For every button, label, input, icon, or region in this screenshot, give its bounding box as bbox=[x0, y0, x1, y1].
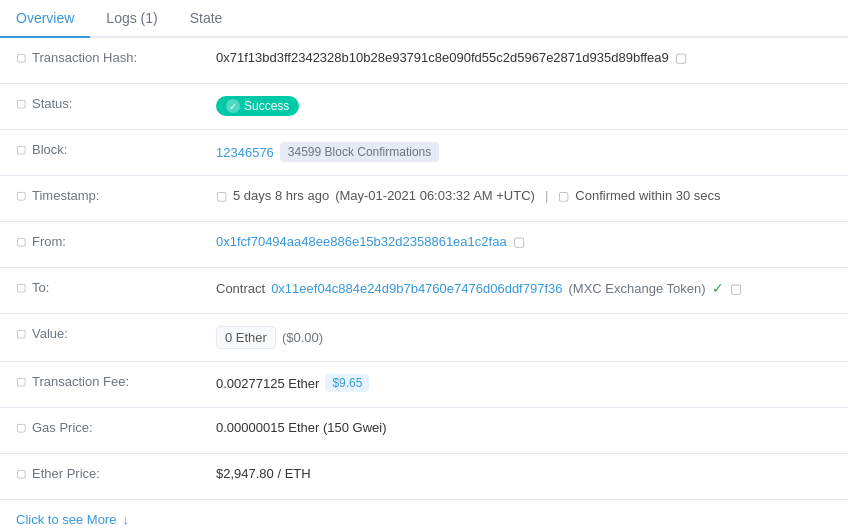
value-usd: ($0.00) bbox=[282, 330, 323, 345]
to-address-link[interactable]: 0x11eef04c884e24d9b7b4760e7476d06ddf797f… bbox=[271, 281, 562, 296]
value-value: 0 Ether ($0.00) bbox=[216, 326, 832, 349]
timestamp-ago: 5 days 8 hrs ago bbox=[233, 188, 329, 203]
contract-prefix: Contract bbox=[216, 281, 265, 296]
confirmed-text: Confirmed within 30 secs bbox=[575, 188, 720, 203]
block-value: 12346576 34599 Block Confirmations bbox=[216, 142, 832, 162]
fee-usd-badge: $9.65 bbox=[325, 374, 369, 392]
transaction-hash-row: ▢ Transaction Hash: 0x71f13bd3ff2342328b… bbox=[0, 38, 848, 84]
info-icon: ▢ bbox=[16, 97, 26, 110]
confirmations-badge: 34599 Block Confirmations bbox=[280, 142, 439, 162]
timestamp-label: ▢ Timestamp: bbox=[16, 188, 216, 203]
status-row: ▢ Status: Success bbox=[0, 84, 848, 130]
from-address-link[interactable]: 0x1fcf70494aa48ee886e15b32d2358861ea1c2f… bbox=[216, 234, 507, 249]
info-icon: ▢ bbox=[16, 143, 26, 156]
transaction-fee-row: ▢ Transaction Fee: 0.00277125 Ether $9.6… bbox=[0, 362, 848, 408]
timestamp-date: (May-01-2021 06:03:32 AM +UTC) bbox=[335, 188, 535, 203]
to-row: ▢ To: Contract 0x11eef04c884e24d9b7b4760… bbox=[0, 268, 848, 314]
info-icon: ▢ bbox=[16, 235, 26, 248]
token-name: (MXC Exchange Token) bbox=[569, 281, 706, 296]
ether-amount-badge: 0 Ether bbox=[216, 326, 276, 349]
info-icon: ▢ bbox=[16, 281, 26, 294]
info-icon: ▢ bbox=[16, 375, 26, 388]
copy-icon-from[interactable]: ▢ bbox=[513, 234, 525, 249]
from-row: ▢ From: 0x1fcf70494aa48ee886e15b32d23588… bbox=[0, 222, 848, 268]
status-badge: Success bbox=[216, 96, 299, 116]
status-value: Success bbox=[216, 96, 832, 116]
separator: | bbox=[541, 188, 552, 203]
gas-price-row: ▢ Gas Price: 0.00000015 Ether (150 Gwei) bbox=[0, 408, 848, 454]
ether-price-row: ▢ Ether Price: $2,947.80 / ETH bbox=[0, 454, 848, 500]
clock-icon-2: ▢ bbox=[558, 189, 569, 203]
transaction-hash-value: 0x71f13bd3ff2342328b10b28e93791c8e090fd5… bbox=[216, 50, 832, 65]
to-value: Contract 0x11eef04c884e24d9b7b4760e7476d… bbox=[216, 280, 832, 296]
ether-price-text: $2,947.80 / ETH bbox=[216, 466, 311, 481]
tx-hash: 0x71f13bd3ff2342328b10b28e93791c8e090fd5… bbox=[216, 50, 669, 65]
gas-price-value: 0.00000015 Ether (150 Gwei) bbox=[216, 420, 832, 435]
transaction-hash-label: ▢ Transaction Hash: bbox=[16, 50, 216, 65]
value-label: ▢ Value: bbox=[16, 326, 216, 341]
ether-price-label: ▢ Ether Price: bbox=[16, 466, 216, 481]
value-row: ▢ Value: 0 Ether ($0.00) bbox=[0, 314, 848, 362]
click-more-button[interactable]: Click to see More ↓ bbox=[0, 500, 848, 530]
info-icon: ▢ bbox=[16, 51, 26, 64]
down-arrow-icon: ↓ bbox=[122, 512, 129, 527]
clock-icon: ▢ bbox=[216, 189, 227, 203]
ether-price-value: $2,947.80 / ETH bbox=[216, 466, 832, 481]
gas-price-text: 0.00000015 Ether (150 Gwei) bbox=[216, 420, 387, 435]
from-label: ▢ From: bbox=[16, 234, 216, 249]
info-icon: ▢ bbox=[16, 189, 26, 202]
tab-overview[interactable]: Overview bbox=[0, 0, 90, 38]
gas-price-label: ▢ Gas Price: bbox=[16, 420, 216, 435]
timestamp-value: ▢ 5 days 8 hrs ago (May-01-2021 06:03:32… bbox=[216, 188, 832, 203]
tab-bar: Overview Logs (1) State bbox=[0, 0, 848, 38]
verified-icon: ✓ bbox=[712, 280, 724, 296]
block-number-link[interactable]: 12346576 bbox=[216, 145, 274, 160]
fee-amount: 0.00277125 Ether bbox=[216, 376, 319, 391]
from-value: 0x1fcf70494aa48ee886e15b32d2358861ea1c2f… bbox=[216, 234, 832, 249]
tab-state[interactable]: State bbox=[174, 0, 239, 38]
info-icon: ▢ bbox=[16, 467, 26, 480]
transaction-fee-label: ▢ Transaction Fee: bbox=[16, 374, 216, 389]
timestamp-row: ▢ Timestamp: ▢ 5 days 8 hrs ago (May-01-… bbox=[0, 176, 848, 222]
copy-icon[interactable]: ▢ bbox=[675, 50, 687, 65]
click-more-label: Click to see More bbox=[16, 512, 116, 527]
block-row: ▢ Block: 12346576 34599 Block Confirmati… bbox=[0, 130, 848, 176]
status-label: ▢ Status: bbox=[16, 96, 216, 111]
tab-logs[interactable]: Logs (1) bbox=[90, 0, 173, 38]
info-icon: ▢ bbox=[16, 327, 26, 340]
info-icon: ▢ bbox=[16, 421, 26, 434]
block-label: ▢ Block: bbox=[16, 142, 216, 157]
content-area: ▢ Transaction Hash: 0x71f13bd3ff2342328b… bbox=[0, 38, 848, 530]
transaction-fee-value: 0.00277125 Ether $9.65 bbox=[216, 374, 832, 392]
copy-icon-to[interactable]: ▢ bbox=[730, 281, 742, 296]
to-label: ▢ To: bbox=[16, 280, 216, 295]
